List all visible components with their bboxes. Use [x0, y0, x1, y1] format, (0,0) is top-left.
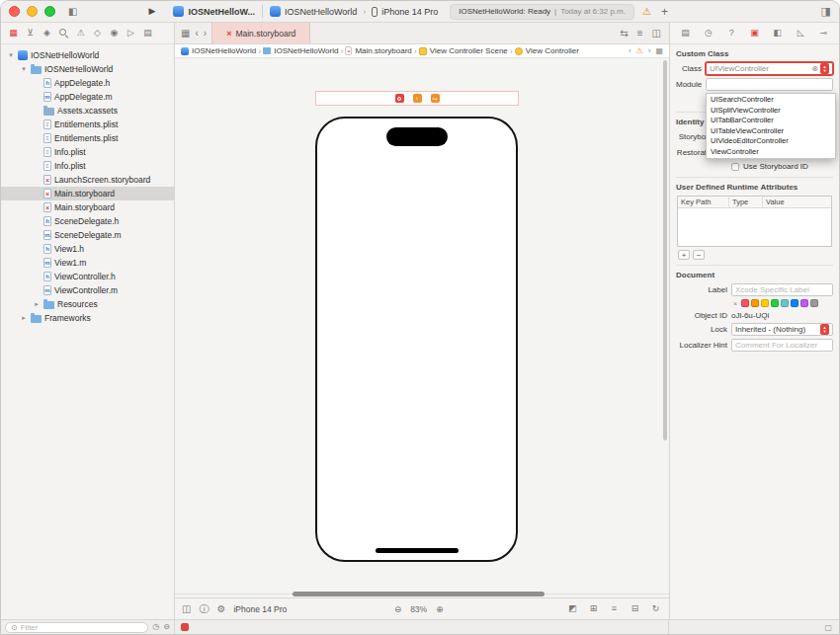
- color-swatch[interactable]: [751, 299, 759, 307]
- jump-warning-icon[interactable]: ⚠: [636, 46, 643, 55]
- zoom-level[interactable]: 83%: [410, 604, 427, 614]
- jump-back-icon[interactable]: ‹: [629, 46, 631, 55]
- completion-item[interactable]: UIVideoEditorController: [707, 136, 835, 147]
- close-window-button[interactable]: [9, 6, 20, 17]
- file-inspector-icon[interactable]: ▤: [679, 29, 692, 38]
- reports-navigator-icon[interactable]: ▤: [141, 29, 154, 38]
- completion-item[interactable]: ViewController: [707, 147, 835, 158]
- localizer-hint-field[interactable]: Comment For Localizer: [731, 339, 833, 352]
- jump-segment[interactable]: View Controller Scene: [419, 46, 508, 55]
- view-controller-icon[interactable]: [395, 94, 404, 103]
- file-row[interactable]: mSceneDelegate.m: [1, 228, 174, 242]
- breakpoints-navigator-icon[interactable]: ▷: [125, 29, 137, 38]
- remove-attribute-button[interactable]: −: [693, 250, 705, 260]
- overview-grid-icon[interactable]: ▦: [655, 46, 663, 55]
- zoom-out-icon[interactable]: ⊖: [394, 604, 401, 614]
- quick-help-inspector-icon[interactable]: ?: [725, 29, 738, 38]
- pin-constraints-icon[interactable]: ⊟: [629, 604, 641, 613]
- file-row[interactable]: ▾IOSNetHelloWorld: [1, 62, 174, 76]
- color-swatch[interactable]: [810, 299, 818, 307]
- back-icon[interactable]: ‹: [195, 29, 198, 39]
- editor-options-icon[interactable]: ◫: [652, 29, 661, 39]
- scene-list-toggle-icon[interactable]: ◫: [182, 604, 191, 614]
- completion-item[interactable]: UITabBarController: [707, 116, 835, 126]
- lock-dropdown-stepper[interactable]: ▲▼: [820, 324, 829, 335]
- file-row[interactable]: Assets.xcassets: [1, 104, 174, 118]
- debug-navigator-icon[interactable]: ◉: [108, 29, 121, 38]
- navigator-filter-field[interactable]: ⊙ Filter: [5, 622, 148, 633]
- disclosure-icon[interactable]: ▾: [7, 51, 15, 59]
- file-row[interactable]: mView1.m: [1, 256, 174, 270]
- file-row[interactable]: hViewController.h: [1, 270, 174, 283]
- source-control-filter-icon[interactable]: ⊖: [163, 623, 170, 631]
- file-row[interactable]: hView1.h: [1, 242, 174, 256]
- use-storyboard-id-checkbox[interactable]: [731, 163, 739, 171]
- lock-dropdown[interactable]: Inherited - (Nothing) ▲▼: [731, 323, 833, 336]
- color-swatch[interactable]: [771, 299, 779, 307]
- source-control-navigator-icon[interactable]: ⊻: [24, 29, 37, 38]
- size-inspector-icon[interactable]: ◺: [795, 29, 807, 38]
- clear-field-icon[interactable]: ⊗: [811, 64, 818, 73]
- file-row[interactable]: ▸Resources: [1, 297, 174, 311]
- device-settings-icon[interactable]: ⚙: [216, 604, 225, 614]
- window-tab[interactable]: IOSNetHelloW...: [173, 6, 255, 17]
- scheme-selector[interactable]: IOSNetHelloWorld: [285, 7, 357, 17]
- info-icon[interactable]: ⓘ: [199, 604, 209, 614]
- jump-segment[interactable]: ×Main.storyboard: [345, 46, 411, 55]
- resolve-autolayout-icon[interactable]: ↻: [649, 604, 662, 613]
- add-attribute-button[interactable]: +: [678, 250, 690, 260]
- embed-icon[interactable]: ⊞: [587, 604, 600, 613]
- disclosure-icon[interactable]: ▸: [20, 314, 28, 322]
- symbols-navigator-icon[interactable]: ◈: [41, 29, 53, 38]
- related-items-icon[interactable]: ▦: [181, 29, 190, 39]
- horizontal-scrollbar[interactable]: [293, 592, 545, 596]
- file-row[interactable]: hSceneDelegate.h: [1, 214, 174, 228]
- canvas-device-name[interactable]: iPhone 14 Pro: [233, 604, 287, 614]
- zoom-in-icon[interactable]: ⊕: [436, 604, 443, 614]
- minimize-window-button[interactable]: [27, 6, 38, 17]
- first-responder-icon[interactable]: ↑: [413, 94, 422, 103]
- color-swatch[interactable]: [800, 299, 808, 307]
- completion-item[interactable]: UISplitViewController: [707, 106, 835, 117]
- module-field[interactable]: [706, 78, 833, 91]
- library-panel-icon[interactable]: ▢: [824, 623, 832, 632]
- document-label-field[interactable]: Xcode Specific Label: [731, 283, 833, 296]
- toggle-inspector-icon[interactable]: ◨: [821, 6, 831, 17]
- list-icon[interactable]: ≡: [637, 29, 643, 39]
- run-destination-selector[interactable]: iPhone 14 Pro: [381, 7, 438, 17]
- library-plus-button[interactable]: +: [661, 6, 668, 18]
- find-navigator-icon[interactable]: [57, 28, 70, 39]
- iphone-view-controller[interactable]: [315, 117, 518, 562]
- issues-navigator-icon[interactable]: ⚠: [74, 29, 87, 38]
- jump-segment[interactable]: IOSNetHelloWorld: [181, 46, 256, 55]
- exit-icon[interactable]: ↪: [431, 94, 440, 103]
- fullscreen-window-button[interactable]: [44, 6, 55, 17]
- code-review-icon[interactable]: ⇆: [620, 29, 628, 39]
- file-row[interactable]: mViewController.m: [1, 283, 174, 297]
- file-row[interactable]: ×LaunchScreen.storyboard: [1, 173, 174, 187]
- red-status-icon[interactable]: [181, 623, 189, 631]
- connections-inspector-icon[interactable]: ⊸: [817, 29, 830, 38]
- no-color-icon[interactable]: ×: [733, 300, 737, 307]
- jump-segment[interactable]: IOSNetHelloWorld: [263, 46, 338, 55]
- class-field[interactable]: UIViewController ⊗ ▲▼: [706, 62, 833, 75]
- tests-navigator-icon[interactable]: ◇: [91, 29, 104, 38]
- color-swatch[interactable]: [791, 299, 798, 307]
- recent-files-filter-icon[interactable]: ◷: [152, 623, 159, 631]
- completion-item[interactable]: UITableViewController: [707, 126, 835, 137]
- file-row[interactable]: ≡Info.plist: [1, 145, 174, 159]
- adjust-variants-icon[interactable]: ◩: [566, 604, 579, 613]
- disclosure-icon[interactable]: ▸: [33, 300, 41, 308]
- file-row[interactable]: ≡Info.plist: [1, 159, 174, 173]
- color-swatch[interactable]: [761, 299, 769, 307]
- attributes-inspector-icon[interactable]: ◧: [771, 29, 784, 38]
- file-row[interactable]: ×Main.storyboard: [1, 200, 174, 214]
- color-swatch[interactable]: [741, 299, 749, 307]
- color-swatch[interactable]: [781, 299, 789, 307]
- editor-tab-main-storyboard[interactable]: × Main.storyboard: [211, 23, 310, 43]
- file-row[interactable]: ▸Frameworks: [1, 311, 174, 325]
- vertical-scrollbar[interactable]: [663, 60, 667, 440]
- run-button[interactable]: ▶: [148, 7, 155, 16]
- build-warning-icon[interactable]: ⚠: [642, 6, 651, 17]
- completion-item[interactable]: UISearchController: [707, 95, 835, 106]
